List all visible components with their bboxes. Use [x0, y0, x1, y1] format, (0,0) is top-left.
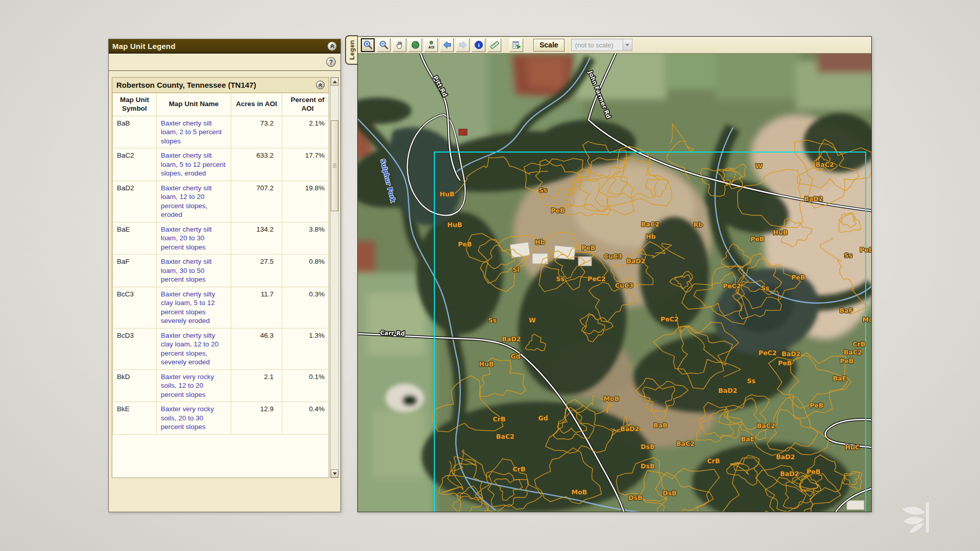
map-unit-symbol-cell: BkE — [113, 402, 157, 435]
table-row: BaC2Baxter cherty silt loam, 5 to 12 per… — [113, 148, 330, 181]
help-button[interactable]: ? — [326, 57, 336, 67]
scale-button[interactable]: Scale — [533, 39, 565, 52]
panel-help-row: ? — [109, 54, 340, 71]
identify-tool-button[interactable]: i — [472, 38, 485, 52]
legend-scrollbar[interactable] — [330, 77, 339, 478]
next-view-tool-button[interactable] — [456, 38, 470, 52]
soil-map-unit-label: BaD2 — [626, 257, 645, 265]
table-row: BcC3Baxter cherty silty clay loam, 5 to … — [113, 287, 330, 328]
map-unit-name-link[interactable]: Baxter very rocky soils, 12 to 20 percen… — [161, 373, 214, 398]
scale-dropdown-value: (not to scale) — [575, 41, 614, 49]
soil-map-unit-label: PeB — [860, 246, 871, 254]
map-unit-name-link[interactable]: Baxter cherty silty clay loam, 12 to 20 … — [161, 332, 218, 366]
leaf-watermark-icon — [894, 495, 937, 535]
question-circle-icon: ? — [329, 59, 333, 65]
soil-map-unit-label: BaD2 — [620, 425, 639, 433]
soil-map-unit-label: BaD2 — [502, 335, 521, 343]
collapse-panel-button[interactable] — [327, 41, 337, 51]
soil-map-unit-label: Gd — [510, 353, 520, 360]
soil-map-unit-label: Gd — [538, 414, 548, 422]
legend-tab[interactable]: Legen — [345, 35, 358, 65]
soil-map-unit-label: PeB — [810, 402, 823, 409]
arrow-left-icon — [442, 40, 452, 50]
soil-map-unit-label: BaC2 — [676, 440, 695, 447]
map-unit-name-link[interactable]: Baxter cherty silt loam, 12 to 20 percen… — [161, 184, 212, 219]
triangle-up-icon — [333, 81, 337, 83]
table-header-row: Map Unit Symbol Map Unit Name Acres in A… — [113, 93, 330, 116]
soil-map-unit-label: BaF — [840, 307, 853, 314]
map-unit-symbol-cell: BcD3 — [113, 328, 157, 369]
soil-map-unit-label: BaD2 — [776, 453, 795, 461]
legend-tab-label: Legen — [349, 40, 356, 60]
map-unit-name-link[interactable]: Baxter cherty silt loam, 2 to 5 percent … — [161, 119, 222, 145]
map-viewport[interactable]: Sulphur Fork Pitt RdJohn Farmer RdCarr R… — [358, 54, 871, 512]
soil-map-unit-label: Ss — [761, 284, 769, 292]
county-header: Robertson County, Tennessee (TN147) — [116, 81, 256, 89]
scrollbar-up-arrow[interactable] — [331, 78, 338, 86]
road-name-label: Carr Rd — [380, 329, 405, 337]
map-unit-name-link[interactable]: Baxter cherty silty clay loam, 5 to 12 p… — [161, 290, 215, 325]
table-row: BkDBaxter very rocky soils, 12 to 20 per… — [113, 369, 330, 402]
soil-map-unit-label: DsB — [641, 443, 654, 450]
svg-text:AOI: AOI — [428, 45, 434, 49]
soil-map-unit-label: Hb — [535, 238, 545, 246]
chevron-up-circle-icon — [317, 82, 323, 88]
map-unit-name-link[interactable]: Baxter cherty silt loam, 5 to 12 percent… — [161, 152, 226, 177]
previous-view-tool-button[interactable] — [440, 38, 454, 52]
soil-map-unit-label: CrB — [707, 457, 720, 465]
soil-map-unit-label: DsB — [628, 494, 642, 502]
legend-table-body: BaBBaxter cherty silt loam, 2 to 5 perce… — [113, 116, 330, 434]
ruler-icon — [489, 40, 500, 50]
map-unit-table: Map Unit Symbol Map Unit Name Acres in A… — [112, 93, 329, 435]
soil-map-unit-label: BaE — [741, 435, 755, 443]
dropdown-arrow-icon[interactable] — [623, 39, 632, 51]
arrow-right-icon — [458, 40, 468, 50]
soil-map-unit-label: HuB — [773, 229, 788, 236]
acres-cell: 73.2 — [231, 116, 282, 148]
soil-map-unit-label: PeB — [840, 357, 853, 365]
chevron-up-circle-icon — [329, 43, 335, 49]
soil-map-unit-label: MoB — [572, 488, 587, 496]
map-unit-name-link[interactable]: Baxter cherty silt loam, 30 to 50 percen… — [161, 258, 212, 283]
soil-map-unit-label: HuB — [448, 221, 462, 229]
soil-map-unit-label: BaC2 — [641, 220, 659, 228]
pan-tool-button[interactable] — [393, 38, 406, 52]
map-unit-symbol-cell: BkD — [113, 369, 157, 402]
soil-map-unit-label: CuC3 — [604, 253, 622, 260]
export-table-icon — [511, 40, 522, 50]
zoom-to-aoi-tool-button[interactable]: AOI — [424, 38, 438, 52]
soil-map-unit-label: Ss — [747, 377, 755, 385]
scale-dropdown[interactable]: (not to scale) — [571, 39, 632, 51]
acres-cell: 27.5 — [231, 255, 282, 287]
soil-map-unit-label: BaC2 — [757, 422, 775, 430]
map-unit-name-link[interactable]: Baxter cherty silt loam, 20 to 30 percen… — [161, 226, 212, 251]
acres-cell: 12.9 — [231, 402, 282, 435]
table-row: BkEBaxter very rocky soils, 20 to 30 per… — [113, 402, 330, 435]
acres-cell: 707.2 — [231, 181, 282, 222]
scrollbar-down-arrow[interactable] — [331, 469, 338, 478]
soil-map-unit-label: PeC2 — [723, 282, 741, 290]
percent-cell: 0.8% — [282, 255, 330, 287]
zoom-in-tool-button[interactable] — [361, 38, 375, 52]
acres-cell: 633.2 — [231, 148, 282, 181]
export-tool-button[interactable] — [509, 38, 523, 52]
soil-map-unit-label: BaB — [653, 421, 668, 429]
map-unit-symbol-cell: BaE — [113, 222, 157, 255]
soil-map-unit-label: PeB — [581, 244, 595, 252]
soil-map-unit-label: DsB — [663, 489, 676, 497]
column-header-percent: Percent of AOI — [282, 93, 330, 116]
info-icon: i — [474, 40, 484, 50]
measure-tool-button[interactable] — [487, 38, 501, 52]
full-extent-tool-button[interactable] — [408, 38, 422, 52]
zoom-out-tool-button[interactable] — [377, 38, 390, 52]
scrollbar-thumb[interactable] — [331, 120, 338, 211]
soil-map-unit-label: BaD2 — [718, 387, 737, 394]
percent-cell: 1.3% — [282, 328, 330, 369]
soil-map-unit-label: W — [529, 316, 536, 324]
soil-map-unit-label: MoB — [604, 395, 620, 403]
soil-map-unit-label: Rb — [694, 221, 703, 229]
map-unit-name-link[interactable]: Baxter very rocky soils, 20 to 30 percen… — [161, 405, 214, 431]
soil-map-unit-label: Ss — [539, 186, 547, 194]
map-unit-symbol-cell: BaC2 — [113, 148, 157, 181]
collapse-county-button[interactable] — [316, 81, 325, 89]
